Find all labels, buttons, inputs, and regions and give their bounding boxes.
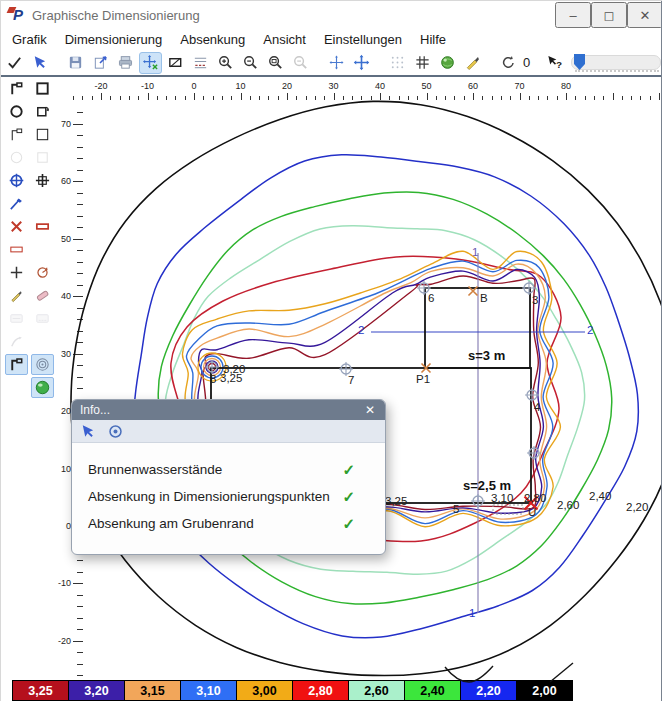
pan-small-button[interactable] (325, 52, 348, 74)
h-ruler-tick (399, 96, 400, 100)
h-ruler-tick (501, 96, 502, 100)
tool-polyline[interactable] (5, 78, 28, 99)
h-ruler-tick (650, 96, 651, 100)
map-label-s3m: s=3 m (468, 348, 505, 363)
render-3d-button[interactable] (436, 52, 459, 74)
export-button[interactable] (89, 52, 112, 74)
v-ruler-tick (77, 273, 83, 274)
tool-delete[interactable] (5, 216, 28, 237)
grid-dots-button[interactable] (386, 52, 409, 74)
tool-rotate-rect[interactable] (31, 101, 54, 122)
tool-circle[interactable] (5, 101, 28, 122)
contour-canvas[interactable] (1, 1, 662, 701)
apply-check-button[interactable] (3, 52, 26, 74)
menu-grafik[interactable]: Grafik (3, 30, 56, 49)
h-ruler-tick (315, 96, 316, 100)
zoom-previous-button[interactable] (289, 52, 312, 74)
tool-arrow-curve[interactable] (5, 331, 28, 352)
close-button[interactable]: ✕ (627, 2, 662, 28)
tool-rectangle-inactive[interactable] (31, 147, 54, 168)
legend-cell-2-40: 2,40 (404, 680, 461, 701)
rotate-view-button[interactable] (497, 52, 520, 74)
map-label-310: 3,10 (491, 492, 513, 504)
v-ruler-tick (73, 583, 83, 584)
tool-pencil[interactable] (5, 285, 28, 306)
legend-cell-2-60: 2,60 (348, 680, 405, 701)
zoom-slider-handle[interactable] (574, 54, 585, 70)
draw-pencil-button[interactable] (461, 52, 484, 74)
legend-cell-3-15: 3,15 (124, 680, 181, 701)
v-ruler-tick (77, 618, 83, 619)
tool-rectangle-thin[interactable] (31, 124, 54, 145)
check-icon: ✓ (342, 515, 355, 533)
rotation-value: 0 (523, 55, 530, 70)
tool-rotate-point[interactable] (31, 262, 54, 283)
h-ruler-tick (538, 96, 539, 100)
info-dialog-titlebar[interactable]: Info... ✕ (72, 400, 385, 420)
v-ruler-tick (73, 641, 83, 642)
info-row: Brunnenwasserstände✓ (72, 456, 385, 483)
tool-render-sphere[interactable] (31, 377, 54, 398)
tool-empty[interactable] (31, 193, 54, 214)
v-ruler-tick (77, 204, 83, 205)
check-icon: ✓ (342, 461, 355, 479)
dimension-lines-button[interactable] (189, 52, 212, 74)
select-pointer-button[interactable] (28, 52, 51, 74)
pan-button[interactable] (350, 52, 373, 74)
map-label-2: 2 (358, 324, 364, 336)
tool-well-target[interactable] (5, 170, 28, 191)
tool-add-point[interactable] (5, 262, 28, 283)
h-ruler-tick (306, 96, 307, 100)
tool-polyline-thin[interactable] (5, 124, 28, 145)
tool-bar[interactable] (5, 239, 28, 260)
h-ruler-tick (222, 96, 223, 100)
h-ruler-tick (547, 96, 548, 100)
zoom-in-button[interactable] (214, 52, 237, 74)
maximize-button[interactable]: ◻ (591, 2, 627, 28)
tool-rectangle[interactable] (31, 78, 54, 99)
h-ruler-tick (510, 96, 511, 100)
tool-well-square[interactable] (31, 170, 54, 191)
h-ruler-tick (241, 93, 242, 100)
tool-contour-outline[interactable] (5, 354, 28, 375)
map-label-1: 1 (472, 246, 478, 258)
menu-dimensionierung[interactable]: Dimensionierung (56, 30, 172, 49)
tool-pen-slash[interactable] (5, 193, 28, 214)
h-ruler-tick (371, 96, 372, 100)
v-ruler-tick (77, 595, 83, 596)
zoom-slider[interactable] (571, 55, 661, 70)
info-icon[interactable] (107, 423, 124, 440)
menu-einstellungen[interactable]: Einstellungen (315, 30, 411, 49)
h-ruler-tick (278, 96, 279, 100)
tool-circle-inactive[interactable] (5, 147, 28, 168)
menu-ansicht[interactable]: Ansicht (254, 30, 315, 49)
tool-button-a[interactable] (5, 308, 28, 329)
tool-button-b[interactable] (31, 308, 54, 329)
tool-contour-rings[interactable] (31, 354, 54, 375)
minimize-button[interactable]: – (555, 2, 591, 28)
h-ruler-tick (585, 96, 586, 100)
tool-eraser[interactable] (31, 285, 54, 306)
grid-button[interactable] (411, 52, 434, 74)
print-button[interactable] (114, 52, 137, 74)
info-dialog: Info... ✕ Brunnenwasserstände✓Absenkung … (71, 399, 386, 555)
tool-bar-bold[interactable] (31, 216, 54, 237)
menu-absenkung[interactable]: Absenkung (171, 30, 254, 49)
move-points-button[interactable] (139, 52, 162, 74)
zoom-out-button[interactable] (239, 52, 262, 74)
h-ruler-tick (659, 93, 660, 100)
save-button[interactable] (64, 52, 87, 74)
v-ruler-tick (73, 296, 83, 297)
info-dialog-close-icon[interactable]: ✕ (362, 403, 378, 417)
context-help-button[interactable]: ? (543, 52, 566, 74)
v-ruler-tick (77, 193, 83, 194)
pointer-icon[interactable] (79, 423, 96, 440)
frame-edit-button[interactable] (164, 52, 187, 74)
v-ruler-tick (77, 606, 83, 607)
zoom-window-button[interactable] (264, 52, 287, 74)
map-label-325: 3,25 (220, 372, 242, 384)
v-ruler-label: 70 (61, 119, 71, 129)
canvas-labels: 11226B37P145U83,203,25s=3 ms=2,5 m3,253,… (1, 1, 662, 701)
menu-hilfe[interactable]: Hilfe (411, 30, 455, 49)
v-ruler-tick (77, 285, 83, 286)
